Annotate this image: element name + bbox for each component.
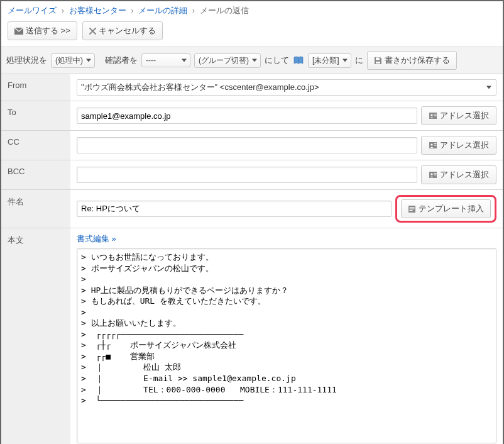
- svg-rect-3: [376, 62, 380, 64]
- compose-form: From "ボウズ商会株式会社お客様センター" <cscenter@exampl…: [1, 74, 503, 444]
- breadcrumb-link-2[interactable]: メールの詳細: [138, 6, 187, 15]
- cancel-button[interactable]: キャンセルする: [82, 21, 163, 40]
- svg-rect-15: [434, 175, 437, 175]
- from-select[interactable]: "ボウズ商会株式会社お客様センター" <cscenter@example.co.…: [77, 79, 496, 96]
- to-address-select-label: アドレス選択: [440, 110, 489, 121]
- svg-rect-11: [434, 145, 437, 146]
- save-icon: [374, 57, 382, 65]
- app-frame: メールワイズ › お客様センター › メールの詳細 › メールの返信 送信する …: [0, 0, 504, 444]
- cancel-button-label: キャンセルする: [99, 25, 156, 36]
- breadcrumb: メールワイズ › お客様センター › メールの詳細 › メールの返信: [1, 1, 503, 19]
- cc-address-select-label: アドレス選択: [440, 140, 489, 151]
- to-label: To: [1, 101, 70, 130]
- template-insert-button[interactable]: テンプレート挿入: [401, 199, 491, 218]
- svg-rect-17: [410, 207, 415, 208]
- bcc-address-select-label: アドレス選択: [440, 169, 489, 180]
- body-label: 本文: [1, 228, 70, 444]
- template-icon: [408, 205, 416, 213]
- breadcrumb-sep: ›: [62, 6, 64, 15]
- cc-input[interactable]: [77, 137, 417, 153]
- send-button[interactable]: 送信する >>: [8, 21, 77, 40]
- breadcrumb-sep: ›: [192, 6, 195, 15]
- group-select[interactable]: (グループ切替): [194, 53, 261, 68]
- svg-point-5: [430, 114, 432, 116]
- svg-rect-14: [434, 173, 437, 174]
- cc-row: CC アドレス選択: [1, 130, 503, 160]
- svg-rect-6: [434, 114, 437, 114]
- bcc-input[interactable]: [77, 167, 417, 183]
- confirmer-label: 確認者を: [105, 55, 138, 66]
- in-label: に: [355, 55, 363, 66]
- to-label: にして: [265, 55, 289, 66]
- subject-label: 件名: [1, 190, 70, 228]
- template-insert-highlight: テンプレート挿入: [395, 195, 496, 223]
- status-select[interactable]: (処理中): [51, 53, 95, 68]
- breadcrumb-current: メールの返信: [200, 6, 249, 15]
- breadcrumb-sep: ›: [131, 6, 133, 15]
- from-value: "ボウズ商会株式会社お客様センター" <cscenter@example.co.…: [81, 82, 319, 93]
- save-draft-button[interactable]: 書きかけ保存する: [367, 51, 457, 70]
- addressbook-icon: [429, 142, 437, 149]
- bcc-label: BCC: [1, 160, 70, 189]
- svg-point-9: [430, 143, 432, 145]
- format-edit-link[interactable]: 書式編集 »: [77, 233, 116, 245]
- svg-rect-2: [376, 57, 380, 60]
- breadcrumb-link-1[interactable]: お客様センター: [69, 6, 126, 15]
- body-row: 本文 書式編集 »: [1, 228, 503, 444]
- save-draft-label: 書きかけ保存する: [385, 55, 450, 66]
- status-toolbar: 処理状況を (処理中) 確認者を ---- (グループ切替) にして [未分類]…: [1, 47, 503, 74]
- svg-rect-7: [434, 116, 437, 116]
- to-row: To アドレス選択: [1, 101, 503, 130]
- cc-label: CC: [1, 131, 70, 160]
- bcc-address-select-button[interactable]: アドレス選択: [421, 165, 496, 184]
- confirmer-select[interactable]: ----: [141, 53, 190, 67]
- svg-rect-10: [434, 143, 437, 144]
- status-label: 処理状況を: [6, 55, 47, 66]
- svg-rect-19: [410, 210, 413, 211]
- svg-rect-18: [410, 208, 415, 209]
- subject-row: 件名 テンプレート挿入: [1, 189, 503, 228]
- to-address-select-button[interactable]: アドレス選択: [421, 106, 496, 125]
- to-input[interactable]: [77, 108, 417, 124]
- send-button-label: 送信する >>: [26, 25, 70, 36]
- book-icon: [293, 56, 304, 65]
- template-insert-label: テンプレート挿入: [419, 203, 484, 214]
- bcc-row: BCC アドレス選択: [1, 160, 503, 189]
- from-label: From: [1, 74, 70, 101]
- addressbook-icon: [429, 171, 437, 179]
- cc-address-select-button[interactable]: アドレス選択: [421, 136, 496, 155]
- top-actions: 送信する >> キャンセルする: [1, 19, 503, 47]
- body-textarea[interactable]: [77, 248, 496, 443]
- from-row: From "ボウズ商会株式会社お客様センター" <cscenter@exampl…: [1, 74, 503, 101]
- addressbook-icon: [429, 112, 437, 119]
- breadcrumb-link-0[interactable]: メールワイズ: [8, 6, 57, 15]
- close-icon: [89, 28, 96, 35]
- subject-input[interactable]: [77, 201, 392, 217]
- mail-icon: [14, 28, 23, 35]
- category-select[interactable]: [未分類]: [308, 53, 351, 68]
- svg-point-13: [430, 173, 432, 175]
